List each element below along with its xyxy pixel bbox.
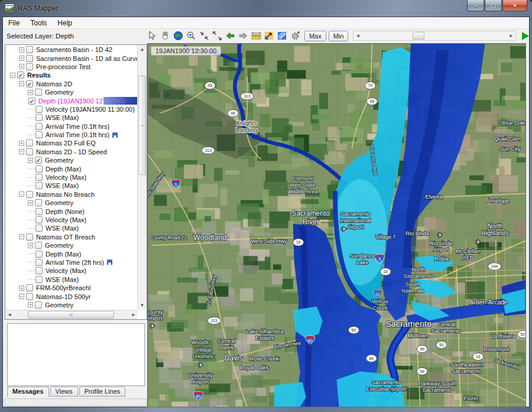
tree-item[interactable]: −Natomas No Breach <box>5 190 137 199</box>
time-slider[interactable]: ◄ ► <box>353 31 516 41</box>
zoom-in-icon[interactable] <box>185 30 198 42</box>
tree-horizontal-scrollbar[interactable]: ◄ III ► <box>5 310 138 319</box>
scroll-right-icon[interactable]: ► <box>129 310 138 319</box>
layer-checkbox[interactable] <box>26 63 33 70</box>
expand-icon[interactable]: + <box>19 141 24 146</box>
max-button[interactable]: Max <box>304 31 326 41</box>
tree-item-label[interactable]: FRM-500yrBreachl <box>35 284 91 291</box>
expand-icon[interactable]: + <box>19 56 24 61</box>
tree-item-label[interactable]: Sacramento Basin - 1D 42 <box>35 46 113 53</box>
tree-item-label[interactable]: Geometry <box>44 301 74 309</box>
layer-checkbox[interactable] <box>26 233 33 241</box>
layer-checkbox[interactable] <box>35 174 43 181</box>
tree-item[interactable]: Arrival Time (0.1ft hrs) <box>5 131 137 139</box>
scroll-up-icon[interactable]: ▲ <box>138 45 147 54</box>
menu-item-file[interactable]: File <box>3 18 25 28</box>
menu-item-help[interactable]: Help <box>52 18 77 28</box>
tab-messages[interactable]: Messages <box>7 387 49 397</box>
maximize-button[interactable]: ▢ <box>485 0 502 11</box>
expand-icon[interactable]: + <box>19 286 24 291</box>
tree-item-label[interactable]: WSE (Max) <box>45 182 79 189</box>
profile-lines-icon[interactable] <box>263 30 276 42</box>
tree-item-label[interactable]: Natomas-1D 500yr <box>35 293 91 300</box>
tree-item[interactable]: +✓Geometry <box>5 156 137 164</box>
layer-checkbox[interactable] <box>26 293 33 300</box>
tree-item-label[interactable]: Geometry <box>44 157 74 164</box>
hscroll-thumb[interactable]: III <box>28 311 114 319</box>
collapse-icon[interactable]: − <box>19 294 24 299</box>
collapse-icon[interactable]: − <box>19 234 24 239</box>
tree-item[interactable]: WSE (Max) <box>5 275 137 284</box>
tree-item-label[interactable]: Sacramento Basin - 1D all as Curves <box>35 55 137 62</box>
layer-checkbox[interactable] <box>26 46 33 53</box>
layer-checkbox[interactable] <box>26 148 33 155</box>
layer-checkbox[interactable] <box>35 123 43 130</box>
expand-icon[interactable]: + <box>28 158 33 163</box>
minimize-button[interactable]: – <box>467 0 484 11</box>
vscroll-thumb[interactable]: ≡ <box>138 76 146 175</box>
tree-item-label[interactable]: Velocity (Max) <box>45 267 87 274</box>
tree-item-label[interactable]: Geometry <box>44 242 74 249</box>
tree-item-label[interactable]: Depth (19JAN1900 12 <box>38 98 103 105</box>
previous-view-icon[interactable] <box>224 30 237 42</box>
tree-item-label[interactable]: Natomas No Breach <box>35 191 95 198</box>
cross-sections-icon[interactable] <box>276 30 289 42</box>
tree-item[interactable]: Depth (Max) <box>5 164 137 173</box>
layer-checkbox[interactable] <box>35 114 43 121</box>
tree-item[interactable]: −Natomas 2D - 1D Speed <box>5 148 137 156</box>
expand-icon[interactable]: + <box>28 200 33 206</box>
slider-thumb[interactable] <box>413 32 424 40</box>
layer-checkbox[interactable] <box>35 131 43 138</box>
tree-item[interactable]: Arrival Time (0.1ft hrs) <box>5 122 137 131</box>
layer-checkbox[interactable] <box>26 191 33 198</box>
layer-checkbox[interactable] <box>26 284 33 291</box>
tree-item-label[interactable]: Depth (Max) <box>45 251 82 258</box>
collapse-icon[interactable]: − <box>19 81 24 86</box>
tree-item[interactable]: +Sacramento Basin - 1D all as Curves <box>5 54 137 62</box>
tree-item[interactable]: +Geometry <box>5 241 137 249</box>
tree-item[interactable]: −✓Natomas 2D <box>5 80 137 88</box>
zoom-out-icon[interactable] <box>211 30 224 42</box>
collapse-icon[interactable]: − <box>10 73 15 78</box>
tree-item[interactable]: +Geometry <box>5 301 137 309</box>
zoom-extents-globe-icon[interactable] <box>172 30 185 42</box>
tree-item-label[interactable]: Natomas 2D Full EQ <box>35 140 96 147</box>
tree-item-label[interactable]: WSE (Max) <box>45 276 79 283</box>
slider-left-arrow-icon[interactable]: ◄ <box>353 31 362 40</box>
layer-checkbox[interactable] <box>35 199 42 206</box>
tree-item-label[interactable]: Arrival Time (0.1ft hrs) <box>45 131 110 138</box>
tree-item[interactable]: +Geometry <box>5 199 137 207</box>
layer-checkbox[interactable] <box>35 166 43 173</box>
title-bar[interactable]: RAS Mapper – ▢ ✕ <box>0 0 532 17</box>
tree-item-label[interactable]: Results <box>27 72 51 79</box>
tree-item[interactable]: −✓Results <box>5 71 137 79</box>
expand-icon[interactable]: + <box>19 47 24 53</box>
tree-item[interactable]: +FRM-500yrBreachl <box>5 284 137 292</box>
layer-checkbox[interactable] <box>35 225 43 232</box>
layer-checkbox[interactable] <box>35 301 42 309</box>
layer-checkbox[interactable] <box>35 208 43 215</box>
tree-item[interactable]: WSE (Max) <box>5 113 137 122</box>
collapse-icon[interactable]: − <box>19 192 24 197</box>
pan-hand-icon[interactable] <box>159 30 172 42</box>
tree-item-label[interactable]: Velocity (19JAN1900 11:30:00) <box>45 106 135 113</box>
tab-views[interactable]: Views <box>50 387 78 397</box>
layer-checkbox[interactable] <box>35 106 43 113</box>
map-canvas[interactable]: 4511345113570991611380805168050244995084… <box>148 44 525 407</box>
tree-item[interactable]: Velocity (Max) <box>5 267 137 275</box>
layer-checkbox[interactable] <box>26 55 33 62</box>
min-button[interactable]: Min <box>329 31 349 41</box>
layer-checkbox[interactable]: ✓ <box>35 157 42 164</box>
expand-icon[interactable]: + <box>28 243 33 248</box>
tree-item[interactable]: +Natomas 2D Full EQ <box>5 139 137 147</box>
tree-item[interactable]: +Geometry <box>5 88 137 96</box>
layer-tree[interactable]: +Sacramento Basin - 1D 42+Sacramento Bas… <box>5 45 137 310</box>
map-view[interactable]: 4511345113570991611380805168050244995084… <box>147 43 526 407</box>
tree-item-label[interactable]: Natomas OT Breach <box>35 233 96 241</box>
tree-item-label[interactable]: Arrival Time (2ft hrs) <box>45 259 105 266</box>
tree-item-label[interactable]: Velocity (Max) <box>45 216 87 223</box>
next-view-icon[interactable] <box>237 30 250 42</box>
layer-checkbox[interactable] <box>35 251 43 258</box>
tree-item-label[interactable]: WSE (Max) <box>45 114 79 121</box>
layer-checkbox[interactable] <box>35 89 42 96</box>
